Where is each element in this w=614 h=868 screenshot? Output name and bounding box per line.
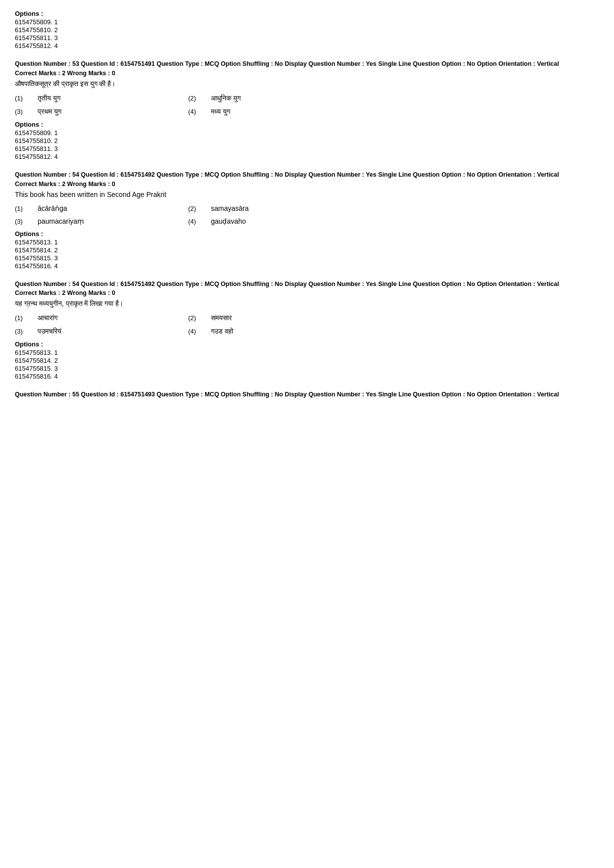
choices-grid-54-hi: (1) आचारांग (2) समयसार (3) पउमचरियं (4) …	[15, 314, 361, 336]
choice-1-54en: (1) ācārāṅga	[15, 204, 188, 212]
choices-grid-53: (1) तृतीय युग (2) आधुनिक युग (3) प्रथम य…	[15, 94, 361, 116]
top-options-block: Options : 6154755809. 1 6154755810. 2 61…	[15, 10, 599, 49]
question-53-block: Question Number : 53 Question Id : 61547…	[15, 59, 599, 160]
option-item: 6154755814. 2	[15, 246, 599, 254]
correct-marks-54-hi: Correct Marks : 2 Wrong Marks : 0	[15, 289, 599, 296]
question-54-english-block: Question Number : 54 Question Id : 61547…	[15, 170, 599, 270]
correct-marks-53: Correct Marks : 2 Wrong Marks : 0	[15, 70, 599, 77]
choice-text: मध्य युग	[211, 107, 230, 116]
choice-4-53: (4) मध्य युग	[188, 107, 361, 116]
question-text-54-en: This book has been written in Second Age…	[15, 191, 599, 198]
question-text-54-hi: यह ग्रन्थ मध्ययुगीन, प्राकृत में लिखा गय…	[15, 299, 599, 308]
option-item: 6154755810. 2	[15, 26, 599, 34]
choice-number: (1)	[15, 95, 30, 102]
choice-3-54hi: (3) पउमचरियं	[15, 327, 188, 336]
choice-number: (1)	[15, 205, 30, 212]
choice-1-53: (1) तृतीय युग	[15, 94, 188, 102]
options-label-53: Options :	[15, 121, 599, 128]
choice-text: ācārāṅga	[38, 204, 67, 212]
choice-text: आचारांग	[38, 314, 57, 322]
choice-3-53: (3) प्रथम युग	[15, 107, 188, 116]
choice-number: (4)	[188, 328, 203, 335]
correct-marks-54-en: Correct Marks : 2 Wrong Marks : 0	[15, 181, 599, 188]
option-item: 6154755816. 4	[15, 262, 599, 270]
option-item: 6154755809. 1	[15, 129, 599, 137]
choice-number: (2)	[188, 95, 203, 102]
choice-number: (3)	[15, 328, 30, 335]
choice-text: समयसार	[211, 314, 232, 322]
choice-number: (2)	[188, 205, 203, 212]
question-text-53: औषपातिकसूत्र की प्राकृत इस युग की है।	[15, 80, 599, 88]
choice-2-54hi: (2) समयसार	[188, 314, 361, 322]
choice-4-54hi: (4) गउड वहो	[188, 327, 361, 336]
question-54-hindi-block: Question Number : 54 Question Id : 61547…	[15, 280, 599, 381]
choice-number: (4)	[188, 218, 203, 225]
choice-text: तृतीय युग	[38, 94, 60, 102]
choice-number: (2)	[188, 314, 203, 322]
options-label-54-en: Options :	[15, 230, 599, 238]
choice-text: प्रथम युग	[38, 107, 61, 116]
question-meta-54-hi: Question Number : 54 Question Id : 61547…	[15, 280, 599, 289]
choice-text: gauḍavaho	[211, 217, 246, 225]
choice-number: (4)	[188, 108, 203, 115]
choice-1-54hi: (1) आचारांग	[15, 314, 188, 322]
choice-number: (1)	[15, 314, 30, 322]
choice-text: paumacariyaṃ	[38, 217, 84, 225]
option-item: 6154755811. 3	[15, 34, 599, 42]
option-item: 6154755812. 4	[15, 42, 599, 49]
choice-2-53: (2) आधुनिक युग	[188, 94, 361, 102]
option-item: 6154755813. 1	[15, 349, 599, 356]
option-item: 6154755809. 1	[15, 18, 599, 26]
question-meta-53: Question Number : 53 Question Id : 61547…	[15, 59, 599, 69]
question-55-block: Question Number : 55 Question Id : 61547…	[15, 390, 599, 399]
choice-text: आधुनिक युग	[211, 94, 241, 102]
choice-3-54en: (3) paumacariyaṃ	[15, 217, 188, 225]
option-item: 6154755815. 3	[15, 254, 599, 262]
options-label-54-hi: Options :	[15, 340, 599, 348]
option-item: 6154755812. 4	[15, 153, 599, 160]
option-item: 6154755811. 3	[15, 145, 599, 152]
choice-text: पउमचरियं	[38, 327, 61, 336]
options-label-top: Options :	[15, 10, 599, 17]
question-meta-54-en: Question Number : 54 Question Id : 61547…	[15, 170, 599, 180]
choice-4-54en: (4) gauḍavaho	[188, 217, 361, 225]
choice-2-54en: (2) samayasāra	[188, 204, 361, 212]
option-item: 6154755814. 2	[15, 357, 599, 364]
option-item: 6154755810. 2	[15, 137, 599, 145]
option-item: 6154755813. 1	[15, 239, 599, 246]
choice-number: (3)	[15, 108, 30, 115]
choice-text: samayasāra	[211, 204, 249, 212]
choice-number: (3)	[15, 218, 30, 225]
question-meta-55: Question Number : 55 Question Id : 61547…	[15, 390, 599, 399]
choice-text: गउड वहो	[211, 327, 233, 336]
option-item: 6154755816. 4	[15, 373, 599, 380]
option-item: 6154755815. 3	[15, 365, 599, 372]
choices-grid-54-en: (1) ācārāṅga (2) samayasāra (3) paumacar…	[15, 204, 361, 225]
